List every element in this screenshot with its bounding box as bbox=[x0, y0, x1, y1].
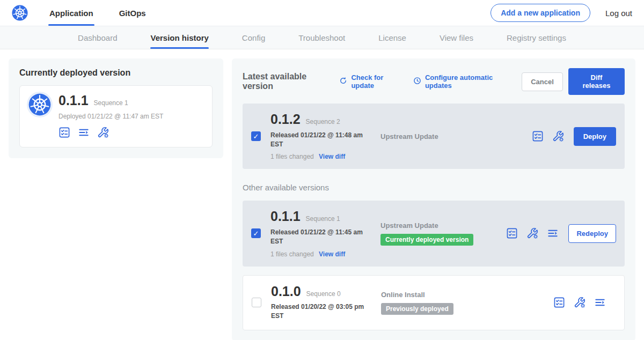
version-number: 0.1.0 bbox=[271, 284, 301, 299]
version-row: 0.1.1 Sequence 1 Released 01/21/22 @ 11:… bbox=[243, 201, 625, 266]
top-navbar: Application GitOps Add a new application… bbox=[0, 0, 644, 26]
version-number: 0.1.2 bbox=[270, 112, 301, 127]
version-source: Upstream Update Currently deployed versi… bbox=[380, 221, 496, 246]
version-info: 0.1.0 Sequence 0 Released 01/20/22 @ 03:… bbox=[271, 284, 381, 321]
version-actions bbox=[532, 130, 564, 142]
view-diff-link[interactable]: View diff bbox=[319, 250, 345, 258]
redeploy-button[interactable]: Redeploy bbox=[568, 224, 616, 243]
deployed-actions bbox=[58, 127, 163, 138]
view-diff-link[interactable]: View diff bbox=[319, 153, 345, 160]
release-notes-icon[interactable] bbox=[78, 127, 90, 138]
version-actions bbox=[553, 297, 606, 308]
preflight-checklist-icon[interactable] bbox=[553, 297, 565, 308]
source-label: Upstream Update bbox=[380, 132, 438, 141]
refresh-icon bbox=[339, 76, 348, 87]
subnav-item-troubleshoot[interactable]: Troubleshoot bbox=[298, 26, 345, 49]
released-timestamp: Released 01/20/22 @ 03:05 pm EST bbox=[271, 302, 372, 321]
subnav-item-config[interactable]: Config bbox=[242, 26, 265, 49]
cancel-button[interactable]: Cancel bbox=[522, 72, 563, 91]
release-notes-icon[interactable] bbox=[594, 297, 606, 308]
source-label: Upstream Update bbox=[380, 221, 438, 230]
currently-deployed-title: Currently deployed version bbox=[19, 68, 213, 78]
currently-deployed-panel: Currently deployed version 0.1.1 Sequenc… bbox=[9, 58, 223, 158]
subnav-item-license[interactable]: License bbox=[378, 26, 406, 49]
kubernetes-app-icon bbox=[28, 93, 51, 116]
deployed-sequence-label: Sequence 1 bbox=[94, 99, 128, 107]
sequence-label: Sequence 1 bbox=[306, 215, 340, 223]
version-row: 0.1.0 Sequence 0 Released 01/20/22 @ 03:… bbox=[243, 275, 625, 330]
version-source: Upstream Update bbox=[380, 132, 496, 141]
deployed-version-number: 0.1.1 bbox=[58, 93, 89, 108]
kubernetes-logo-icon[interactable] bbox=[12, 0, 28, 26]
deployed-timestamp: Deployed 01/21/22 @ 11:47 am EST bbox=[58, 113, 163, 120]
sequence-label: Sequence 2 bbox=[306, 118, 340, 125]
logout-button[interactable]: Log out bbox=[605, 9, 632, 18]
config-wrench-icon[interactable] bbox=[552, 130, 564, 142]
preflight-checklist-icon[interactable] bbox=[532, 130, 544, 142]
subnav-item-view-files[interactable]: View files bbox=[440, 26, 473, 49]
navbar-spacer bbox=[171, 0, 491, 26]
main-content: Currently deployed version 0.1.1 Sequenc… bbox=[0, 49, 644, 340]
preflight-checklist-icon[interactable] bbox=[58, 127, 70, 138]
subnav-item-version-history[interactable]: Version history bbox=[150, 26, 208, 49]
version-source: Online Install Previously deployed bbox=[381, 291, 496, 315]
version-checkbox[interactable] bbox=[251, 131, 261, 141]
check-for-update-label: Check for update bbox=[351, 73, 400, 90]
deployed-version-details: 0.1.1 Sequence 1 Deployed 01/21/22 @ 11:… bbox=[58, 93, 163, 138]
released-timestamp: Released 01/21/22 @ 11:48 am EST bbox=[270, 131, 371, 150]
configure-automatic-updates-link[interactable]: Configure automatic updates bbox=[413, 73, 510, 90]
subnav-item-dashboard[interactable]: Dashboard bbox=[78, 26, 117, 49]
configure-automatic-updates-label: Configure automatic updates bbox=[425, 73, 510, 90]
config-wrench-icon[interactable] bbox=[526, 227, 538, 239]
subnav-item-registry-settings[interactable]: Registry settings bbox=[507, 26, 566, 49]
version-actions bbox=[506, 227, 559, 239]
deploy-button[interactable]: Deploy bbox=[574, 127, 616, 146]
clock-icon bbox=[413, 76, 422, 87]
other-versions-title: Other available versions bbox=[243, 183, 625, 192]
nav-tab-application[interactable]: Application bbox=[48, 0, 94, 26]
config-wrench-icon[interactable] bbox=[574, 297, 586, 308]
release-notes-icon[interactable] bbox=[547, 227, 559, 239]
previously-deployed-badge: Previously deployed bbox=[381, 303, 453, 315]
source-label: Online Install bbox=[381, 291, 425, 299]
diff-releases-button[interactable]: Diff releases bbox=[568, 68, 625, 95]
latest-version-title: Latest available version bbox=[243, 72, 329, 91]
app-subnav: Dashboard Version history Config Trouble… bbox=[0, 26, 644, 49]
version-checkbox[interactable] bbox=[252, 298, 261, 307]
sequence-label: Sequence 0 bbox=[306, 290, 341, 298]
latest-version-header: Latest available version Check for updat… bbox=[243, 68, 625, 95]
currently-deployed-badge: Currently deployed version bbox=[380, 234, 473, 246]
version-info: 0.1.2 Sequence 2 Released 01/21/22 @ 11:… bbox=[270, 112, 380, 160]
released-timestamp: Released 01/21/22 @ 11:45 am EST bbox=[270, 228, 371, 247]
check-for-update-link[interactable]: Check for update bbox=[339, 73, 400, 90]
add-application-button[interactable]: Add a new application bbox=[491, 4, 590, 22]
preflight-checklist-icon[interactable] bbox=[506, 227, 518, 239]
deployed-version-card: 0.1.1 Sequence 1 Deployed 01/21/22 @ 11:… bbox=[19, 85, 213, 147]
version-info: 0.1.1 Sequence 1 Released 01/21/22 @ 11:… bbox=[270, 209, 380, 257]
files-changed-line: 1 files changed View diff bbox=[270, 153, 380, 160]
version-history-panel: Latest available version Check for updat… bbox=[232, 58, 635, 340]
version-row: 0.1.2 Sequence 2 Released 01/21/22 @ 11:… bbox=[243, 104, 625, 169]
files-changed-line: 1 files changed View diff bbox=[270, 250, 380, 258]
version-number: 0.1.1 bbox=[270, 209, 301, 224]
config-wrench-icon[interactable] bbox=[97, 127, 109, 138]
nav-tab-gitops[interactable]: GitOps bbox=[118, 0, 147, 26]
files-changed-label: 1 files changed bbox=[270, 250, 314, 258]
version-checkbox[interactable] bbox=[251, 228, 261, 238]
files-changed-label: 1 files changed bbox=[270, 153, 314, 160]
